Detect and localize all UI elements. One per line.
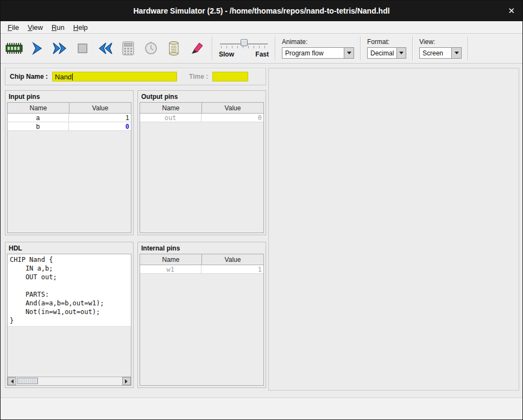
menu-run[interactable]: Run bbox=[47, 22, 69, 33]
view-dropdown-button[interactable] bbox=[451, 48, 461, 58]
close-button[interactable]: ✕ bbox=[508, 6, 515, 16]
format-combobox[interactable]: Decimal bbox=[367, 47, 406, 59]
format-value: Decimal bbox=[368, 48, 396, 58]
slider-label-fast: Fast bbox=[255, 51, 269, 58]
pin-name: out bbox=[140, 114, 201, 122]
scroll-right-button[interactable] bbox=[122, 377, 131, 385]
table-empty-area bbox=[140, 122, 263, 233]
output-pins-table: Name Value out 0 bbox=[140, 102, 264, 233]
toolbar-separator bbox=[360, 36, 361, 60]
pin-value[interactable]: 0 bbox=[68, 122, 131, 130]
format-combo-group: Format: Decimal bbox=[365, 38, 408, 59]
scroll-left-button[interactable] bbox=[8, 377, 16, 385]
reset-button[interactable] bbox=[94, 37, 116, 60]
column-header-value[interactable]: Value bbox=[201, 254, 263, 265]
view-combo-group: View: Screen bbox=[417, 38, 464, 59]
clock-icon bbox=[143, 41, 159, 56]
main-view-area bbox=[268, 68, 519, 391]
arrow-right-icon bbox=[125, 379, 130, 384]
title-bar: Hardware Simulator (2.5) - /home/thomas/… bbox=[1, 1, 522, 21]
column-header-name[interactable]: Name bbox=[140, 254, 201, 265]
menu-view[interactable]: View bbox=[23, 22, 47, 33]
format-dropdown-button[interactable] bbox=[396, 48, 406, 58]
step-forward-icon bbox=[30, 41, 44, 55]
pin-value: 0 bbox=[201, 114, 264, 122]
menu-bar: File View Run Help bbox=[1, 21, 522, 34]
pin-value[interactable]: 1 bbox=[68, 114, 131, 122]
toolbar-separator bbox=[212, 36, 213, 60]
column-header-name[interactable]: Name bbox=[140, 103, 201, 113]
scrollbar-track[interactable] bbox=[16, 377, 122, 385]
internal-pins-table: Name Value w1 1 bbox=[140, 254, 264, 386]
clock-button[interactable] bbox=[140, 37, 162, 60]
animate-combo-group: Animate: Program flow bbox=[280, 38, 356, 59]
animate-combobox[interactable]: Program flow bbox=[282, 47, 354, 59]
calculator-button[interactable] bbox=[117, 37, 139, 60]
output-pins-panel: Output pins Name Value out 0 bbox=[137, 90, 266, 235]
input-pins-title: Input pins bbox=[5, 91, 133, 102]
chip-name-field[interactable]: Nand bbox=[52, 72, 177, 82]
left-column: Chip Name : Nand Time : Input pins Name bbox=[5, 68, 266, 391]
calculator-icon bbox=[121, 41, 135, 56]
load-script-button[interactable] bbox=[163, 37, 185, 60]
stop-icon bbox=[75, 41, 90, 55]
animate-dropdown-button[interactable] bbox=[344, 48, 354, 58]
chip-name-bar: Chip Name : Nand Time : bbox=[5, 68, 266, 85]
stop-button[interactable] bbox=[72, 37, 93, 60]
rewind-icon bbox=[97, 41, 114, 55]
toolbar-separator bbox=[275, 36, 276, 60]
input-pins-table: Name Value a 1 b 0 bbox=[7, 102, 131, 233]
table-row[interactable]: a 1 bbox=[8, 114, 131, 122]
app-window: Hardware Simulator (2.5) - /home/thomas/… bbox=[0, 0, 523, 420]
table-row[interactable]: b 0 bbox=[8, 122, 131, 131]
table-row: w1 1 bbox=[140, 265, 263, 274]
format-label: Format: bbox=[367, 38, 406, 46]
chevron-down-icon bbox=[399, 52, 404, 57]
chip-name-value: Nand bbox=[55, 73, 72, 81]
scrollbar-thumb[interactable] bbox=[17, 378, 38, 384]
internal-pins-title: Internal pins bbox=[138, 242, 266, 254]
chip-icon bbox=[5, 41, 23, 55]
pin-name: b bbox=[8, 122, 68, 130]
pen-icon bbox=[189, 41, 204, 56]
table-empty-area bbox=[140, 274, 263, 385]
load-chip-button[interactable] bbox=[3, 37, 25, 60]
script-icon bbox=[167, 41, 181, 56]
time-label: Time : bbox=[189, 73, 208, 80]
run-button[interactable] bbox=[49, 37, 71, 60]
speed-slider[interactable] bbox=[220, 39, 268, 49]
output-pins-title: Output pins bbox=[138, 91, 266, 102]
chevron-down-icon bbox=[347, 52, 351, 57]
pin-value: 1 bbox=[201, 265, 264, 273]
speed-slider-group: Slow Fast bbox=[217, 39, 271, 58]
slider-label-slow: Slow bbox=[219, 51, 234, 58]
column-header-name[interactable]: Name bbox=[8, 103, 69, 113]
pin-name: w1 bbox=[140, 265, 201, 273]
breakpoints-button[interactable] bbox=[186, 37, 207, 60]
arrow-left-icon bbox=[9, 379, 14, 384]
status-bar bbox=[1, 398, 522, 419]
animate-label: Animate: bbox=[282, 38, 354, 46]
pin-name: a bbox=[8, 114, 68, 122]
animate-value: Program flow bbox=[282, 48, 344, 58]
main-content: Chip Name : Nand Time : Input pins Name bbox=[1, 64, 522, 391]
table-header: Name Value bbox=[8, 103, 131, 114]
input-pins-panel: Input pins Name Value a 1 b 0 bbox=[5, 90, 134, 235]
table-row: out 0 bbox=[140, 114, 263, 122]
menu-help[interactable]: Help bbox=[69, 22, 92, 33]
hdl-view: CHIP Nand { IN a,b; OUT out; PARTS: And(… bbox=[7, 254, 131, 386]
hdl-code[interactable]: CHIP Nand { IN a,b; OUT out; PARTS: And(… bbox=[8, 254, 131, 327]
time-field bbox=[212, 72, 248, 82]
column-header-value[interactable]: Value bbox=[69, 103, 131, 113]
toolbar-separator bbox=[468, 36, 469, 60]
single-step-button[interactable] bbox=[26, 37, 48, 60]
internal-pins-panel: Internal pins Name Value w1 1 bbox=[137, 242, 266, 388]
view-combobox[interactable]: Screen bbox=[419, 47, 462, 59]
column-header-value[interactable]: Value bbox=[201, 103, 263, 113]
table-header: Name Value bbox=[140, 254, 263, 265]
menu-file[interactable]: File bbox=[3, 22, 23, 33]
chevron-down-icon bbox=[455, 52, 459, 57]
slider-thumb[interactable] bbox=[241, 39, 248, 46]
chip-name-label: Chip Name : bbox=[10, 73, 48, 80]
hdl-horizontal-scrollbar[interactable] bbox=[8, 377, 131, 385]
